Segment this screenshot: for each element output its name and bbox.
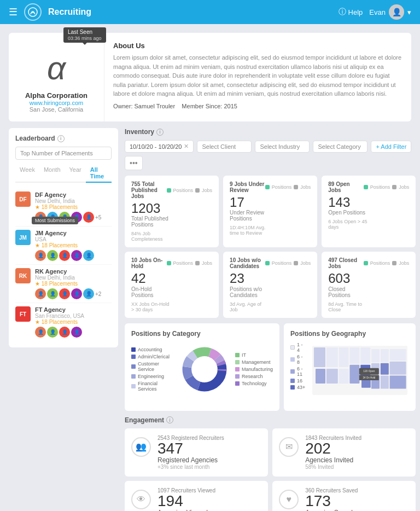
inventory-info-icon[interactable]: i [156, 129, 164, 136]
stat-sublabel: Total Published Positions [131, 216, 172, 228]
stat-sublabel: Positions w/o Candidates [230, 286, 270, 298]
company-url[interactable]: www.hiringcorp.com [30, 100, 83, 106]
svg-rect-16 [339, 347, 349, 367]
category-select[interactable]: Select Category [313, 141, 368, 153]
recruiter-icon: 👤 [83, 212, 94, 223]
engagement-card: 👁 1097 Recruiters Viewed 194 Agencies Vi… [125, 481, 268, 511]
svg-rect-14 [326, 347, 338, 367]
nav-title: Recruiting [48, 7, 332, 17]
stat-note: 8d Avg. Time to Close [328, 301, 369, 312]
engagement-info: 360 Recruiters Saved 173 Agencies Saved … [305, 487, 392, 511]
recruiter-icon: 👤 [35, 250, 46, 261]
stat-total-label: 755 Total Published Jobs [131, 181, 167, 199]
recruiter-icon: 👤 [35, 288, 46, 299]
stat-total-label: 89 Open Jobs [328, 181, 364, 193]
user-menu[interactable]: Evan 👤 ▾ [369, 4, 411, 20]
recruiter-icon: 👤 [83, 250, 94, 261]
stat-number: 143 [328, 195, 369, 210]
recruiter-icon: 👤 [59, 288, 70, 299]
stat-number: 603 [328, 271, 369, 286]
stat-card: 89 Open Jobs Positions Jobs 143 Open Pos… [322, 176, 416, 247]
agency-tooltip: Most Submissions [32, 217, 78, 224]
stat-card: 9 Jobs Under Review Positions Jobs 17 Un… [223, 176, 317, 247]
mini-chart [369, 211, 409, 230]
engagement-info: 2543 Registered Recruiters 347 Registere… [158, 435, 224, 470]
svg-rect-20 [361, 347, 371, 364]
svg-point-0 [28, 8, 37, 16]
svg-rect-18 [350, 347, 360, 364]
help-button[interactable]: ⓘ Help [339, 7, 363, 17]
stat-number: 42 [131, 271, 172, 286]
company-location: San Jose, California [30, 106, 83, 113]
extra-badge: +5 [95, 214, 101, 220]
industry-select[interactable]: Select Industry [255, 141, 310, 153]
agency-icons: 👤👤👤👤 [35, 327, 112, 338]
date-filter-clear[interactable]: ✕ [184, 143, 189, 150]
engagement-number: 202 [305, 441, 361, 456]
date-range-filter[interactable]: 10/10/20 - 10/20/20 ✕ [125, 140, 194, 153]
leaderboard-select[interactable]: Top Number of Placements [15, 147, 112, 160]
time-tabs: Week Month Year All Time [15, 164, 112, 183]
stat-note: 3d Avg. Age of Job [230, 301, 270, 312]
company-card: Last Seen 03:36 mins ago α Alpha Corpora… [9, 33, 411, 121]
extra-badge: +2 [95, 291, 101, 297]
alpha-symbol: α [47, 49, 66, 87]
client-select[interactable]: Select Client [197, 141, 252, 153]
more-options-button[interactable]: ••• [125, 156, 143, 170]
stat-total-label: 10 Jobs On-Hold [131, 257, 167, 269]
engagement-label: Agencies Saved [305, 509, 392, 511]
tab-month[interactable]: Month [39, 164, 65, 183]
stat-sublabel: Closed Positions [328, 286, 369, 298]
tab-year[interactable]: Year [65, 164, 86, 183]
agency-name: JM Agency [35, 230, 112, 236]
agency-location: New Delhi, India [35, 275, 112, 281]
leaderboard-card: Leaderboard i Top Number of Placements W… [9, 128, 118, 347]
recruiter-icon: 👤 [47, 288, 58, 299]
agency-placements: ★ 18 Placements [35, 281, 112, 287]
svg-rect-19 [350, 365, 360, 384]
tab-all-time[interactable]: All Time [86, 164, 112, 183]
category-chart-title: Positions by Category [131, 330, 273, 338]
charts-row: Positions by Category Accounting Admin/C… [125, 323, 416, 411]
engagement-icon: 👁 [131, 490, 151, 509]
recruiter-icon: 👤 [83, 288, 94, 299]
recruiter-icon: 👤 [71, 250, 82, 261]
recruiter-icon: 👤 [71, 288, 82, 299]
stat-header: 497 Closed Jobs Positions Jobs [328, 257, 409, 269]
hamburger-icon[interactable]: ☰ [9, 6, 18, 18]
us-map: 120 Open 34 On Hold [311, 342, 409, 402]
engagement-info-icon[interactable]: i [166, 416, 173, 423]
last-seen-badge: Last Seen 03:36 mins ago [63, 27, 106, 43]
top-nav: ☰ Recruiting ⓘ Help Evan 👤 ▾ [0, 0, 420, 24]
leaderboard-info-icon[interactable]: i [57, 135, 65, 142]
stat-sublabel: Open Positions [328, 210, 369, 216]
add-filter-button[interactable]: + Add Filter [371, 141, 411, 153]
stat-sublabel: Under Review Positions [230, 210, 270, 222]
engagement-note: +3% since last month [158, 464, 224, 470]
mini-chart [270, 293, 311, 312]
engagement-icon: ♥ [279, 490, 299, 509]
agency-info: RK Agency New Delhi, India ★ 18 Placemen… [35, 268, 112, 299]
recruiter-icon: 👤 [59, 327, 70, 338]
leaderboard-title: Leaderboard [15, 135, 55, 142]
engagement-icon: ✉ [279, 437, 299, 457]
stat-header: 89 Open Jobs Positions Jobs [328, 181, 409, 193]
engagement-label: Registered Agencies [158, 456, 224, 464]
svg-rect-22 [371, 349, 380, 362]
stat-total-label: 10 Jobs w/o Candidates [230, 257, 265, 269]
stat-header: 755 Total Published Jobs Positions Jobs [131, 181, 212, 199]
stat-note: 1D:4H:10M Avg. time to Review [230, 225, 270, 236]
company-name: Alpha Corporation [25, 91, 88, 100]
agency-badge: FT [15, 306, 31, 322]
agency-info: JM Agency USA ★ 18 Placements 👤👤👤👤👤 [35, 230, 112, 261]
engagement-icon: 👥 [131, 437, 151, 457]
stat-header: 9 Jobs Under Review Positions Jobs [230, 181, 311, 193]
map-area: 120 Open 34 On Hold [311, 342, 409, 404]
geography-chart-title: Positions by Geography [290, 330, 409, 338]
leaderboard-list: DF DF Agency New Delhi, India ★ 18 Place… [15, 188, 112, 341]
leaderboard-item: RK RK Agency New Delhi, India ★ 18 Place… [15, 265, 112, 303]
stat-header: 10 Jobs On-Hold Positions Jobs [131, 257, 212, 269]
company-right: About Us Lorem ipsum dolor sit amet, con… [104, 33, 411, 121]
tab-week[interactable]: Week [15, 164, 39, 183]
engagement-card: ✉ 1843 Recruiters Invited 202 Agencies I… [272, 428, 416, 477]
